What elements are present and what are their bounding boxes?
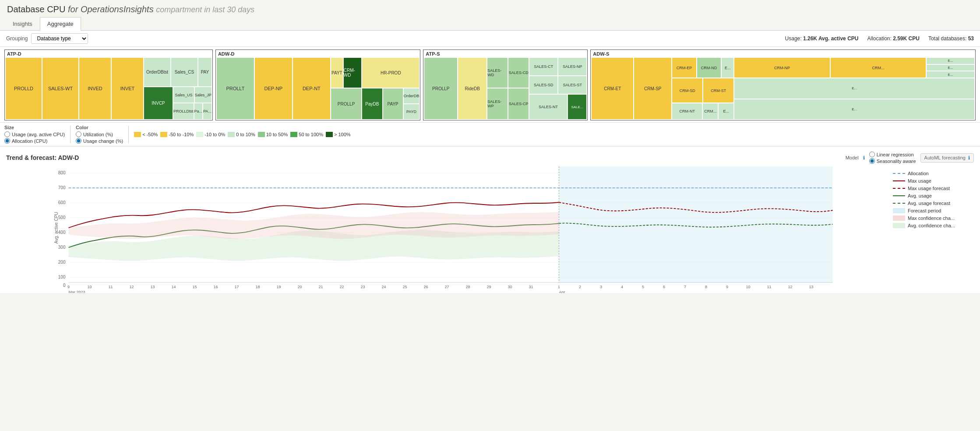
treemap-block[interactable]: E... <box>927 65 974 71</box>
svg-text:23: 23 <box>360 285 365 289</box>
svg-text:12: 12 <box>788 285 792 289</box>
treemap-block[interactable]: SALES-SD <box>529 76 557 94</box>
svg-text:18: 18 <box>255 285 260 289</box>
svg-text:20: 20 <box>297 285 302 289</box>
treemap-block[interactable]: CRM-EP <box>672 58 696 78</box>
color-radio-utilization[interactable]: Utilization (%) <box>76 131 123 137</box>
svg-text:29: 29 <box>486 285 491 289</box>
treemap-block[interactable]: CRM-SD <box>672 78 702 102</box>
svg-text:13: 13 <box>809 285 813 289</box>
treemap-block[interactable]: Pa... <box>194 103 203 119</box>
svg-text:Mar 2023: Mar 2023 <box>69 290 85 293</box>
treemap-block[interactable]: PROLLDtst <box>173 103 194 119</box>
group-label-atp-d: ATP-D <box>6 51 212 58</box>
treemap-block[interactable]: PAYD <box>404 104 419 119</box>
treemap-block[interactable]: SALE... <box>568 95 587 119</box>
svg-text:Avg. active CPU: Avg. active CPU <box>54 212 59 244</box>
controls-bar: Grouping Database type Host Region Usage… <box>0 31 980 47</box>
treemap-block[interactable]: PAY <box>198 58 212 86</box>
svg-text:2: 2 <box>579 285 581 289</box>
svg-text:26: 26 <box>423 285 428 289</box>
treemap-block[interactable]: CRM-ND <box>697 58 721 78</box>
model-radio-seasonality[interactable]: Seasonality aware <box>869 158 916 164</box>
treemap-block[interactable]: INVET <box>112 58 143 119</box>
treemap-block[interactable]: PROLLP <box>424 58 457 119</box>
treemap-block[interactable]: CRM-ST <box>703 78 733 102</box>
treemap-block[interactable]: CRM... <box>703 103 718 119</box>
svg-text:700: 700 <box>58 185 66 190</box>
treemap-block[interactable]: DEP-NP <box>255 58 292 119</box>
treemap-block[interactable]: INVED <box>79 58 111 119</box>
stats-section: Usage: 1.26K Avg. active CPU Allocation:… <box>785 35 974 42</box>
svg-text:9: 9 <box>67 285 70 289</box>
treemap-block[interactable]: CRM-WD <box>344 58 361 88</box>
treemap-block[interactable]: SALES-ST <box>558 76 586 94</box>
grouping-select[interactable]: Database type Host Region <box>31 33 88 44</box>
info-icon[interactable]: ℹ <box>863 155 865 161</box>
svg-text:13: 13 <box>150 285 155 289</box>
treemap-block[interactable]: SALES-CT <box>529 58 557 75</box>
scale-color-1 <box>134 132 141 137</box>
automl-button[interactable]: AutoML forecasting ℹ <box>920 153 974 163</box>
treemap-block[interactable]: SALES-CD <box>508 58 529 88</box>
chart-legend: Allocation Max usage Max usage forecast … <box>893 166 974 290</box>
treemap-block[interactable]: SALES-NT <box>529 95 567 119</box>
allocation-line-icon <box>893 173 905 174</box>
svg-text:6: 6 <box>663 285 665 289</box>
size-legend: Size Usage (avg. active CPU) Allocation … <box>4 125 65 144</box>
svg-text:8: 8 <box>705 285 707 289</box>
legend-section: Size Usage (avg. active CPU) Allocation … <box>0 123 980 146</box>
treemap-block[interactable]: PROLLD <box>6 58 42 119</box>
treemap-block[interactable]: CRM-NT <box>672 103 702 119</box>
treemap-block[interactable]: E... <box>734 78 974 99</box>
svg-text:500: 500 <box>58 215 66 220</box>
model-radio-linear[interactable]: Linear regression <box>869 152 916 157</box>
treemap-block[interactable]: E... <box>927 71 974 78</box>
treemap-block[interactable]: OrderDBtst <box>144 58 170 86</box>
total-databases-stat: Total databases: 53 <box>928 35 974 42</box>
treemap-block[interactable]: OrderDB <box>404 88 419 103</box>
treemap-block[interactable]: PAYT <box>331 58 343 88</box>
treemap-block[interactable]: PayDB <box>362 88 382 119</box>
treemap-block[interactable]: PA... <box>203 103 212 119</box>
treemap-block[interactable]: PROLLP <box>331 88 361 119</box>
treemap-block[interactable]: RideDB <box>458 58 486 119</box>
treemap-block[interactable]: PROLLT <box>217 58 254 119</box>
tab-aggregate[interactable]: Aggregate <box>40 17 81 31</box>
treemap-block[interactable]: Sales_US <box>173 87 194 102</box>
svg-text:30: 30 <box>508 285 512 289</box>
treemap-block[interactable]: DEP-NT <box>293 58 330 119</box>
scale-color-2 <box>160 132 167 137</box>
size-radio-allocation[interactable]: Allocation (CPU) <box>4 138 65 144</box>
size-radio-usage[interactable]: Usage (avg. active CPU) <box>4 131 65 137</box>
treemap-block[interactable]: E... <box>719 103 733 119</box>
treemap-block[interactable]: CRM-ET <box>592 58 633 119</box>
treemap-section: ATP-D PROLLD SALES-WT INVED INVET OrderD… <box>0 47 980 123</box>
svg-text:1: 1 <box>558 285 560 289</box>
treemap-block[interactable]: E... <box>734 99 974 120</box>
treemap-block[interactable]: E... <box>927 58 974 64</box>
treemap-block[interactable]: CRM-NP <box>734 58 829 78</box>
allocation-stat: Allocation: 2.59K CPU <box>867 35 919 42</box>
treemap-block[interactable]: E... <box>722 58 733 78</box>
treemap-block[interactable]: CRM... <box>831 58 926 78</box>
color-radio-usage-change[interactable]: Usage change (%) <box>76 138 123 144</box>
tab-insights[interactable]: Insights <box>5 17 40 30</box>
forecast-chart-area: 800 700 600 500 400 300 200 100 0 Avg. a… <box>6 166 974 290</box>
treemap-block[interactable]: SALES-WT <box>42 58 78 119</box>
treemap-block[interactable]: Sales_CS <box>171 58 197 86</box>
scale-color-5 <box>258 132 265 137</box>
treemap-block[interactable]: PAYP <box>383 88 403 119</box>
max-confidence-icon <box>893 216 905 221</box>
legend-item-forecast-period: Forecast period <box>893 208 974 213</box>
automl-info-icon: ℹ <box>968 155 970 160</box>
treemap-block[interactable]: INVCP <box>144 87 173 119</box>
treemap-block[interactable]: SALES-CP <box>508 88 529 119</box>
treemap-block[interactable]: SALES-WD <box>487 58 508 88</box>
treemap-block[interactable]: SALES-WP <box>487 88 508 119</box>
treemap-block[interactable]: Sales_JP <box>195 87 212 102</box>
treemap-block[interactable]: CRM-SP <box>634 58 671 119</box>
treemap-block[interactable]: HR-PROD <box>362 58 419 88</box>
svg-text:28: 28 <box>465 285 470 289</box>
treemap-block[interactable]: SALES-NP <box>558 58 586 75</box>
